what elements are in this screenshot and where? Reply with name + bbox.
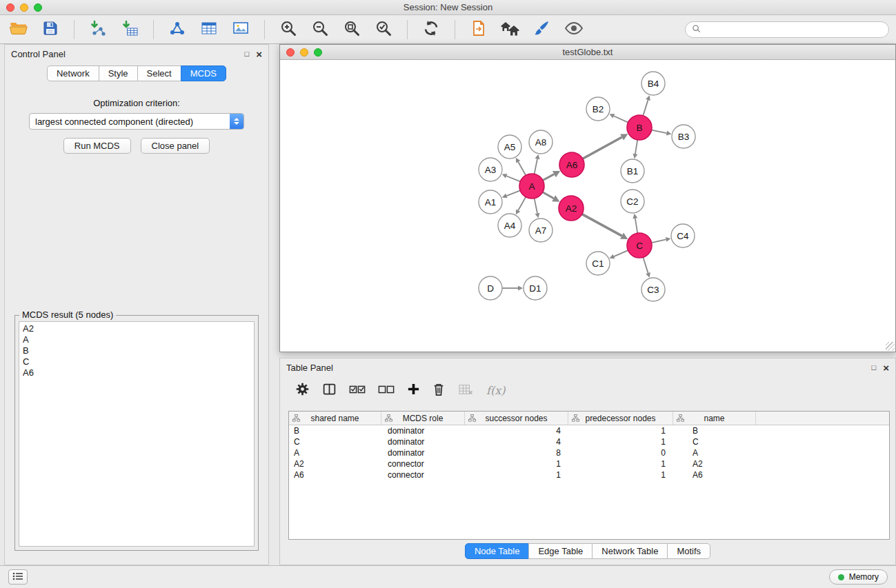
graph-edge[interactable]: [652, 239, 666, 243]
fx-button[interactable]: f(x): [486, 384, 505, 397]
close-panel-action-button[interactable]: Close panel: [141, 138, 210, 154]
columns-button[interactable]: [322, 382, 337, 398]
import-disabled-button[interactable]: [457, 383, 474, 398]
eye-button[interactable]: [562, 19, 586, 41]
zoom-fit-button[interactable]: [340, 19, 364, 41]
result-item[interactable]: B: [23, 345, 250, 356]
graph-edge[interactable]: [643, 100, 648, 116]
tab-select[interactable]: Select: [137, 65, 181, 81]
graph-edge[interactable]: [643, 257, 648, 273]
network-graph[interactable]: B4B2BB3A5A8A6B1A3AC2A1A2A4A7C4CC1C3DD1: [280, 60, 895, 352]
graph-node-label: B1: [627, 166, 639, 176]
float-panel-icon[interactable]: □: [245, 50, 250, 58]
result-item[interactable]: A2: [23, 323, 250, 334]
minimize-window-button[interactable]: [20, 3, 28, 12]
search-field[interactable]: [685, 21, 889, 38]
toolbar-separator: [407, 20, 408, 39]
table-row[interactable]: A6connector11A6: [289, 469, 889, 480]
add-button[interactable]: [407, 383, 420, 398]
mcds-result-list[interactable]: A2ABCA6: [19, 321, 255, 547]
resize-grip-icon[interactable]: [886, 342, 895, 351]
graph-edge[interactable]: [506, 190, 520, 196]
graph-edge[interactable]: [652, 130, 667, 133]
table-row[interactable]: Cdominator41C: [289, 436, 889, 447]
table-cell: dominator: [381, 447, 465, 458]
column-header-successor-nodes[interactable]: successor nodes: [465, 412, 568, 425]
result-item[interactable]: A6: [23, 367, 250, 378]
column-header-name[interactable]: name: [673, 412, 756, 425]
column-header-mcds-role[interactable]: MCDS role: [381, 412, 465, 425]
graph-edge[interactable]: [518, 197, 526, 211]
tab-node-table[interactable]: Node Table: [465, 543, 530, 559]
tab-network[interactable]: Network: [47, 65, 99, 81]
tab-network-table[interactable]: Network Table: [592, 543, 668, 559]
graph-edge[interactable]: [583, 137, 622, 159]
deselect-all-button[interactable]: [378, 383, 395, 398]
float-table-panel-icon[interactable]: □: [872, 363, 877, 372]
column-header-predecessor-nodes[interactable]: predecessor nodes: [568, 412, 673, 425]
table-row[interactable]: Adominator80A: [289, 447, 889, 458]
graph-edge[interactable]: [535, 159, 537, 174]
open-folder-icon: [9, 20, 28, 39]
style-button[interactable]: [530, 19, 554, 41]
column-header-shared-name[interactable]: shared name: [289, 412, 381, 425]
select-all-button[interactable]: [349, 383, 366, 398]
result-item[interactable]: C: [23, 356, 250, 367]
gear-button[interactable]: [295, 382, 310, 398]
open-folder-button[interactable]: [7, 19, 30, 41]
graph-edge[interactable]: [614, 250, 628, 256]
result-item[interactable]: A: [23, 334, 250, 345]
network-close-button[interactable]: [286, 48, 295, 57]
network-zoom-button[interactable]: [314, 48, 322, 57]
task-history-button[interactable]: [8, 569, 28, 585]
save-button[interactable]: [39, 19, 62, 41]
table-row[interactable]: Bdominator41B: [289, 425, 889, 436]
graph-node-label: C2: [626, 196, 638, 207]
mcds-result-title: MCDS result (5 nodes): [19, 310, 116, 320]
table-cell: C: [673, 436, 756, 447]
graph-edge[interactable]: [635, 219, 637, 234]
delete-button[interactable]: [432, 383, 445, 398]
network-minimize-button[interactable]: [300, 48, 308, 57]
run-mcds-button[interactable]: Run MCDS: [63, 138, 131, 154]
deselect-all-icon: [378, 383, 395, 398]
tab-mcds[interactable]: MCDS: [181, 65, 226, 81]
copy-view-button[interactable]: [467, 19, 490, 41]
graph-edge[interactable]: [543, 192, 554, 199]
new-network-button[interactable]: [166, 19, 189, 41]
network-table-button[interactable]: [197, 19, 221, 41]
graph-edge[interactable]: [535, 199, 537, 214]
dropdown-stepper-icon: [230, 113, 243, 130]
export-image-button[interactable]: [229, 19, 252, 41]
network-canvas[interactable]: B4B2BB3A5A8A6B1A3AC2A1A2A4A7C4CC1C3DD1: [280, 60, 895, 352]
close-table-panel-icon[interactable]: ×: [883, 363, 889, 373]
memory-button[interactable]: Memory: [829, 569, 888, 585]
edge-arrowhead-icon: [646, 95, 650, 101]
zoom-selected-button[interactable]: [372, 19, 395, 41]
zoom-out-button[interactable]: [308, 19, 332, 41]
home-button[interactable]: [499, 19, 522, 41]
graph-edge[interactable]: [614, 116, 628, 122]
tab-motifs[interactable]: Motifs: [667, 543, 710, 559]
table-cell: A2: [289, 458, 381, 469]
tab-edge-table[interactable]: Edge Table: [528, 543, 593, 559]
graph-edge[interactable]: [635, 140, 637, 154]
graph-edge[interactable]: [582, 214, 622, 236]
graph-edge[interactable]: [518, 162, 526, 176]
zoom-window-button[interactable]: [34, 3, 42, 12]
optimization-criterion-select[interactable]: largest connected component (directed): [29, 113, 244, 130]
import-network-button[interactable]: [86, 19, 110, 41]
import-table-button[interactable]: [118, 19, 141, 41]
network-window-traffic-lights: [286, 48, 322, 57]
table-toolbar: f(x): [280, 376, 895, 404]
table-cell: 1: [568, 425, 673, 436]
close-window-button[interactable]: [6, 3, 14, 12]
refresh-button[interactable]: [419, 19, 443, 41]
graph-edge[interactable]: [543, 174, 555, 181]
table-row[interactable]: A2connector11A2: [289, 458, 889, 469]
graph-edge[interactable]: [506, 176, 520, 181]
tab-style[interactable]: Style: [99, 65, 138, 81]
close-panel-icon[interactable]: ×: [256, 49, 262, 59]
zoom-in-button[interactable]: [277, 19, 300, 41]
search-input[interactable]: [705, 24, 882, 34]
